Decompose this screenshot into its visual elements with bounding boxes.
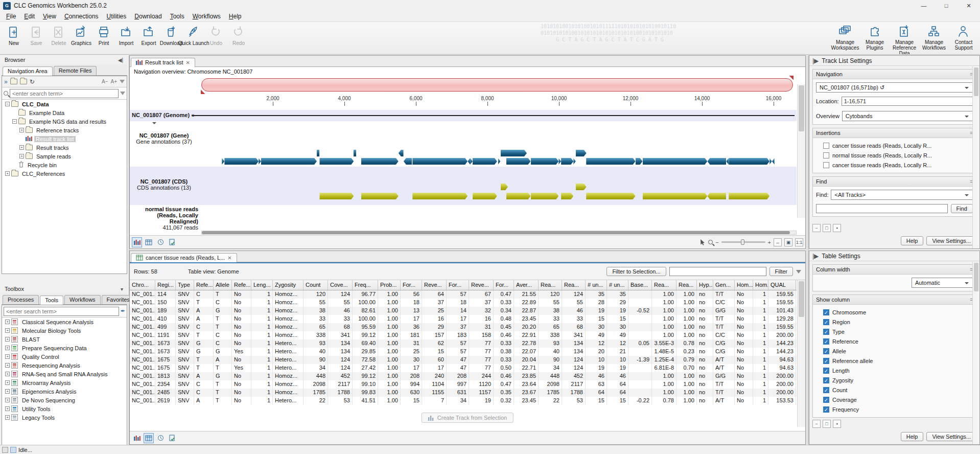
column-header-refe[interactable]: Refe...: [194, 280, 214, 290]
history-view-icon[interactable]: [155, 237, 166, 247]
toolbox-item-molecular-biology-tools[interactable]: +Molecular Biology Tools: [2, 326, 127, 335]
column-header-rea[interactable]: Rea...: [652, 280, 676, 290]
minimize-button[interactable]: —: [913, 0, 935, 11]
checkbox-checked[interactable]: ✓: [823, 397, 829, 403]
menu-help[interactable]: Help: [225, 12, 246, 21]
column-header-for[interactable]: For...: [494, 280, 514, 290]
table-row[interactable]: NC_001...114SNVCTNo1Homoz...12012496.771…: [130, 290, 797, 299]
tab-tools[interactable]: Tools: [40, 296, 63, 305]
browser-search-input[interactable]: [10, 89, 119, 98]
cds-annotation[interactable]: [643, 193, 708, 199]
font-increase-button[interactable]: A+: [110, 79, 117, 84]
location-input[interactable]: [842, 97, 973, 106]
gene-annotation[interactable]: [561, 158, 573, 165]
filter-funnel-icon[interactable]: [120, 80, 125, 83]
tab-cancer-tissue-reads[interactable]: cancer tissue reads (Reads, L... ✕: [131, 253, 237, 262]
toolbox-item-quality-control[interactable]: +Quality Control: [2, 352, 127, 361]
column-width-dropdown[interactable]: Automatic: [912, 278, 973, 288]
element-info-icon[interactable]: [167, 237, 177, 247]
checkbox-checked[interactable]: ✓: [823, 387, 829, 393]
expander-icon[interactable]: +: [5, 389, 10, 394]
table-view-mode-icon[interactable]: [144, 433, 154, 443]
new-folder-icon[interactable]: [10, 79, 17, 84]
import-folder-icon[interactable]: [20, 79, 27, 84]
expander-icon[interactable]: +: [5, 354, 10, 359]
close-button[interactable]: ✕: [958, 0, 980, 11]
gene-annotation[interactable]: [729, 158, 769, 165]
tree-item-example-data[interactable]: Example Data: [2, 108, 127, 117]
gene-annotation[interactable]: [361, 158, 399, 165]
tree-item-recycle-bin[interactable]: Recycle bin: [2, 161, 127, 169]
show-column-option-reference[interactable]: ✓Reference: [823, 338, 973, 345]
dock-icon[interactable]: −: [812, 224, 821, 232]
tab-close-icon[interactable]: ✕: [186, 60, 190, 65]
table-row[interactable]: NC_001...2354SNVCTNo1Homoz...2098211799.…: [130, 380, 797, 389]
import-button[interactable]: Import: [115, 24, 137, 46]
pointer-tool-icon[interactable]: [699, 239, 706, 245]
checkbox-checked[interactable]: ✓: [823, 348, 829, 354]
tab-remote-files[interactable]: Remote Files: [54, 66, 97, 75]
graphics-button[interactable]: Graphics: [71, 24, 92, 46]
show-column-option-region[interactable]: ✓Region: [823, 319, 973, 325]
zoom-out-icon[interactable]: −: [715, 239, 718, 245]
expander-icon[interactable]: +: [19, 154, 24, 158]
expander-icon[interactable]: +: [5, 337, 10, 342]
checkbox-checked[interactable]: ✓: [823, 358, 829, 364]
side-icon[interactable]: ▪: [833, 224, 841, 232]
checkbox-unchecked[interactable]: [823, 162, 829, 168]
cds-annotation[interactable]: [707, 193, 726, 199]
expander-icon[interactable]: +: [5, 320, 10, 324]
sequence-dropdown[interactable]: NC_001807 (16,571bp) ↺: [816, 82, 973, 93]
insertion-track-option[interactable]: normal tissue reads (Reads, Locally R...: [823, 152, 973, 158]
column-header-hom[interactable]: Hom...: [735, 280, 753, 290]
expander-icon[interactable]: +: [5, 398, 10, 402]
expander-icon[interactable]: +: [19, 145, 24, 150]
column-header-prob[interactable]: Prob...: [378, 280, 401, 290]
side-icon[interactable]: ▪: [833, 420, 841, 428]
font-decrease-button[interactable]: A−: [102, 79, 108, 84]
table-row[interactable]: NC_001...2619SNVATNo1Hetero...225341.511…: [130, 397, 797, 405]
gene-annotation[interactable]: [354, 150, 356, 156]
refresh-icon[interactable]: ↻: [30, 78, 35, 85]
column-header-reve[interactable]: Reve...: [469, 280, 494, 290]
collapse-triangle-icon[interactable]: [152, 122, 156, 126]
gene-annotation[interactable]: [707, 158, 726, 165]
filter-to-selection-button[interactable]: Filter to Selection...: [606, 267, 666, 276]
help-button[interactable]: Help: [901, 236, 924, 245]
view-settings-button[interactable]: View Settings...: [926, 236, 976, 245]
column-header-count[interactable]: Count: [304, 280, 328, 290]
collapse-panel-icon[interactable]: ◀|: [118, 57, 124, 63]
toolbox-item-classical-sequence-analysis[interactable]: +Classical Sequence Analysis: [2, 317, 127, 326]
menu-tools[interactable]: Tools: [166, 12, 189, 21]
expander-icon[interactable]: +: [5, 171, 10, 176]
gene-annotation[interactable]: [412, 158, 468, 165]
zoom-selection-button[interactable]: ▣: [784, 238, 792, 246]
show-column-option-type[interactable]: ✓Type: [823, 329, 973, 335]
column-header-refe[interactable]: Refe...: [232, 280, 251, 290]
gene-annotation[interactable]: [473, 158, 497, 165]
cds-annotation[interactable]: [531, 193, 559, 199]
tree-item-sample-reads[interactable]: +Sample reads: [2, 152, 127, 161]
table-view-mode-icon[interactable]: [144, 237, 154, 247]
column-header-leng[interactable]: Leng...: [251, 280, 273, 290]
column-header-reve[interactable]: Reve...: [422, 280, 447, 290]
expander-icon[interactable]: +: [5, 363, 10, 368]
checkbox-checked[interactable]: ✓: [823, 377, 829, 383]
show-column-option-allele[interactable]: ✓Allele: [823, 348, 973, 354]
element-info-icon[interactable]: [167, 433, 177, 443]
expander-icon[interactable]: −: [12, 119, 17, 124]
float-icon[interactable]: □: [823, 420, 831, 428]
column-header-rea[interactable]: Rea...: [676, 280, 697, 290]
column-header-zygosity[interactable]: Zygosity: [273, 280, 304, 290]
column-header-type[interactable]: Type: [176, 280, 194, 290]
toolbox-item-utility-tools[interactable]: +Utility Tools: [2, 404, 127, 413]
column-header-for[interactable]: For...: [447, 280, 469, 290]
cds-annotation[interactable]: [506, 193, 531, 199]
gene-annotation[interactable]: [317, 150, 319, 156]
column-header-cove[interactable]: Cove...: [328, 280, 353, 290]
column-header-base[interactable]: Base...: [628, 280, 652, 290]
tab-result-track-list[interactable]: Result track list ✕: [131, 58, 195, 67]
view-settings-button[interactable]: View Settings...: [926, 432, 976, 441]
checkbox-unchecked[interactable]: [823, 143, 829, 149]
expander-icon[interactable]: +: [5, 328, 10, 333]
